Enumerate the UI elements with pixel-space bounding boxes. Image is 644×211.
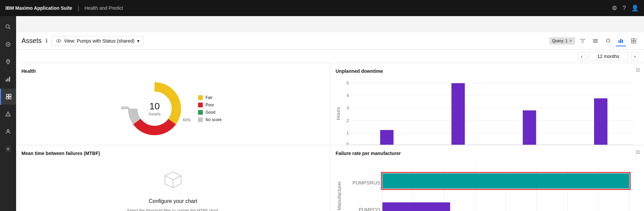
bar-pumpco: [383, 202, 450, 211]
svg-text:PUMPSRUS: PUMPSRUS: [352, 180, 380, 186]
svg-text:4: 4: [346, 93, 349, 98]
svg-rect-11: [9, 97, 11, 99]
svg-rect-23: [620, 39, 621, 43]
unplanned-panel-title: Unplanned downtime: [336, 68, 639, 74]
box-icon: [162, 169, 184, 194]
legend-swatch-noscore: [198, 117, 203, 122]
map-view-button[interactable]: [603, 36, 613, 46]
svg-text:3: 3: [346, 105, 349, 110]
h-bar-chart-svg: Manufacturer PUMPSRUS PUMPCO 0 10 20 30 …: [336, 160, 639, 211]
donut-label-40: 40%: [121, 106, 129, 110]
svg-rect-28: [634, 41, 636, 43]
donut-label-60: 60%: [183, 118, 191, 122]
svg-rect-25: [631, 39, 633, 41]
sidebar-item-person[interactable]: [0, 123, 16, 140]
failure-expand-icon[interactable]: ⊡: [636, 149, 640, 155]
bar-pumpsrus: [383, 173, 629, 189]
legend-swatch-poor: [198, 103, 203, 107]
sidebar-item-target[interactable]: [0, 36, 16, 52]
failure-rate-panel: Failure rate per manufacturer ⊡ Manufact…: [330, 145, 644, 211]
svg-text:5: 5: [346, 81, 349, 86]
svg-text:Manufacturer: Manufacturer: [337, 181, 342, 210]
svg-rect-5: [6, 80, 7, 82]
sidebar-item-alert[interactable]: [0, 106, 16, 122]
page-header: Assets ℹ View: Pumps with Status (shared…: [16, 32, 644, 50]
topbar-icons: ⚙ ? 👤: [612, 4, 639, 12]
info-icon[interactable]: ℹ: [46, 38, 48, 44]
mtbf-configure-title: Configure your chart: [149, 198, 197, 204]
health-panel: Health 10 Assets 40% 60%: [16, 63, 330, 145]
svg-text:0: 0: [346, 142, 349, 145]
legend-item-noscore: No score: [198, 117, 222, 122]
legend-label-poor: Poor: [206, 103, 214, 107]
health-legend: Fair Poor Good No score: [198, 95, 222, 122]
health-panel-title: Health: [21, 68, 325, 74]
svg-text:2: 2: [346, 118, 349, 123]
legend-item-good: Good: [198, 110, 222, 115]
svg-rect-24: [622, 40, 623, 43]
sidebar-item-chart[interactable]: [0, 71, 16, 87]
topbar-left: IBM Maximo Application Suite | Health an…: [5, 5, 123, 12]
topbar-divider: |: [77, 5, 79, 12]
mtbf-content: Configure your chart Select the threshol…: [21, 160, 325, 211]
svg-rect-10: [6, 97, 8, 99]
bar-may: [452, 83, 465, 145]
legend-item-fair: Fair: [198, 95, 222, 100]
mtbf-configure-desc: Select the threshold filter to update th…: [127, 208, 219, 211]
eye-icon: [56, 38, 61, 44]
sidebar-item-search[interactable]: [0, 19, 16, 35]
donut-center-number: 10: [149, 101, 161, 112]
topbar-brand: IBM Maximo Application Suite: [5, 5, 72, 11]
legend-swatch-good: [198, 110, 203, 115]
svg-text:Hours: Hours: [336, 107, 341, 120]
user-icon[interactable]: 👤: [631, 4, 639, 12]
query-badge: Query: 1 ✕: [549, 37, 575, 45]
failure-panel-title: Failure rate per manufacturer: [336, 151, 639, 156]
legend-swatch-fair: [198, 95, 203, 100]
svg-text:PUMPCO: PUMPCO: [359, 207, 380, 211]
sidebar-item-settings[interactable]: [0, 141, 16, 157]
sidebar-item-grid[interactable]: [0, 89, 16, 105]
mtbf-panel: Mean time between failures (MTBF) Config…: [16, 145, 330, 211]
legend-label-noscore: No score: [206, 117, 222, 122]
dashboard-grid: Health 10 Assets 40% 60%: [16, 63, 644, 211]
legend-label-fair: Fair: [206, 95, 213, 100]
list-view-button[interactable]: [590, 36, 600, 46]
bar-jun: [523, 110, 536, 145]
bar-apr: [380, 130, 394, 145]
expand-icon[interactable]: ⊡: [636, 67, 640, 72]
svg-rect-9: [9, 94, 11, 96]
time-range-label: 12 months: [588, 52, 628, 61]
topbar: IBM Maximo Application Suite | Health an…: [0, 0, 644, 16]
svg-point-14: [7, 129, 9, 131]
svg-rect-6: [7, 78, 8, 82]
mtbf-panel-title: Mean time between failures (MTBF): [21, 151, 325, 156]
settings-icon[interactable]: ⚙: [612, 4, 617, 12]
svg-line-1: [9, 28, 11, 30]
sidebar: [0, 16, 16, 211]
svg-rect-19: [593, 41, 598, 41]
svg-point-0: [6, 25, 9, 28]
legend-label-good: Good: [206, 110, 215, 115]
grid-view-button[interactable]: [629, 36, 639, 46]
svg-point-17: [58, 40, 59, 42]
topbar-section: Health and Predict: [84, 5, 123, 11]
help-icon[interactable]: ?: [623, 5, 626, 12]
bar-jul: [594, 98, 607, 145]
filter-button[interactable]: [578, 36, 588, 46]
query-badge-close[interactable]: ✕: [569, 39, 572, 43]
chart-view-button[interactable]: [616, 36, 626, 46]
query-badge-label: Query: 1: [552, 39, 568, 43]
dropdown-chevron-icon: ▾: [137, 38, 139, 44]
view-dropdown[interactable]: View: Pumps with Status (shared) ▾: [52, 36, 144, 46]
svg-rect-7: [9, 77, 10, 82]
time-prev-button[interactable]: ‹: [578, 52, 586, 61]
donut-center: 10 Assets: [149, 101, 161, 116]
svg-rect-27: [631, 41, 633, 43]
svg-point-15: [7, 148, 9, 150]
svg-point-4: [7, 60, 9, 62]
page-header-right: Query: 1 ✕: [549, 36, 639, 46]
sidebar-item-location[interactable]: [0, 54, 16, 70]
time-next-button[interactable]: ›: [631, 52, 639, 61]
view-label: View: Pumps with Status (shared): [64, 38, 134, 44]
